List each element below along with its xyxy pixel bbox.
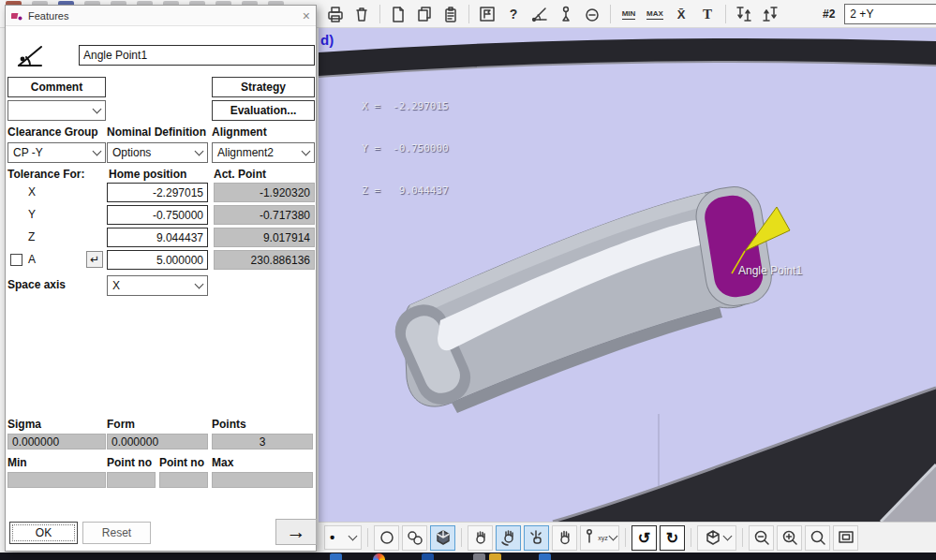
view-cube-select[interactable] <box>697 525 736 551</box>
sigma-value: 0.000000 <box>7 434 106 449</box>
home-z-input[interactable] <box>107 228 208 247</box>
toolbar-icon-group: ? MIN MAX X̄ T <box>324 3 936 25</box>
position-overlay-x: X = -2.297015 <box>362 99 449 113</box>
space-axis-select[interactable]: X <box>107 275 208 296</box>
cad-viewport[interactable]: d) X = -2.297015 Y = -0.750000 Z = 9.044… <box>319 28 936 522</box>
taskbar-app-icon[interactable] <box>422 553 434 560</box>
delete-icon[interactable] <box>350 3 373 25</box>
strategy-button[interactable]: Strategy <box>212 77 315 97</box>
pan-hand-icon[interactable] <box>552 525 577 551</box>
points-text: 3 <box>260 435 266 449</box>
reset-button[interactable]: Reset <box>82 522 151 544</box>
application-window: ? MIN MAX X̄ T <box>0 0 936 560</box>
space-axis-label: Space axis <box>7 278 66 291</box>
probe-position-select[interactable]: 2 +Y <box>844 4 936 24</box>
feature-select-icon[interactable] <box>402 525 427 551</box>
home-y-input[interactable] <box>107 205 208 225</box>
tolerance-for-label: Tolerance For: <box>7 168 84 181</box>
zoom-in-icon[interactable] <box>777 525 802 551</box>
probe-down-up-icon[interactable] <box>733 3 755 25</box>
position-overlay: X = -2.297015 Y = -0.750000 Z = 9.044437 <box>362 71 449 226</box>
home-a-input[interactable] <box>107 250 208 270</box>
min-icon[interactable]: MIN <box>617 3 640 25</box>
alignment-value: Alignment2 <box>217 146 274 159</box>
probe-xyz-select[interactable]: xyz <box>580 525 619 551</box>
alignment-label: Alignment <box>212 125 267 139</box>
nominal-definition-select[interactable]: Options <box>107 142 208 163</box>
comment-button[interactable]: Comment <box>7 77 106 97</box>
toolbar-separator <box>691 528 691 547</box>
report-icon[interactable] <box>387 3 409 25</box>
chevron-down-icon <box>93 147 102 156</box>
clipboard-icon[interactable] <box>439 3 462 25</box>
print-icon[interactable] <box>324 3 347 25</box>
orbit-hand-alt-icon[interactable] <box>496 525 521 551</box>
probe-axis-label: xyz <box>598 535 608 541</box>
min-point-no-value <box>107 472 156 488</box>
min-label: Min <box>7 456 27 469</box>
toolbar-separator <box>468 5 469 23</box>
help-icon[interactable]: ? <box>502 3 525 25</box>
angle-tolerance-checkbox[interactable] <box>10 254 22 266</box>
probe-up-down-icon[interactable] <box>759 3 781 25</box>
max-glyph: MAX <box>646 9 663 20</box>
dialog-title: Features <box>28 10 297 22</box>
printout-flag-icon[interactable] <box>476 3 498 25</box>
home-x-input[interactable] <box>107 183 208 202</box>
act-point-label: Act. Point <box>214 168 266 181</box>
angle-point-icon <box>13 41 47 71</box>
taskbar-app-icon[interactable] <box>539 553 551 560</box>
form-label: Form <box>107 418 135 431</box>
toolbar-separator <box>742 528 743 547</box>
zoom-fit-icon[interactable] <box>833 525 858 551</box>
taskbar-app-icon[interactable] <box>489 553 501 560</box>
home-position-label: Home position <box>109 168 186 181</box>
mean-icon[interactable]: X̄ <box>670 3 692 25</box>
angle-measurement-icon[interactable] <box>528 3 551 25</box>
chevron-down-icon <box>195 280 204 289</box>
rotate-cw-icon[interactable]: ↻ <box>660 525 685 551</box>
chevron-down-icon <box>349 532 358 541</box>
text-glyph: T <box>703 7 712 22</box>
dialog-titlebar[interactable]: Features × <box>6 6 316 26</box>
circle-feature-icon[interactable] <box>374 525 399 551</box>
comment-select[interactable] <box>7 100 106 121</box>
next-button[interactable]: → <box>275 519 317 545</box>
toolbar-separator <box>379 5 380 23</box>
taskbar-app-icon[interactable] <box>473 553 485 560</box>
chevron-down-icon <box>608 532 617 541</box>
feature-name-input[interactable] <box>79 45 315 66</box>
point-no-right-label: Point no <box>159 456 204 469</box>
form-text: 0.000000 <box>111 435 158 449</box>
comment-button-label: Comment <box>31 81 82 94</box>
axis-a-label: A <box>28 253 36 266</box>
rotate-ccw-icon[interactable]: ↺ <box>631 525 657 551</box>
help-glyph: ? <box>510 7 518 22</box>
circle-minus-icon[interactable] <box>581 3 603 25</box>
text-icon[interactable]: T <box>696 3 719 25</box>
sigma-text: 0.000000 <box>12 435 59 449</box>
cad-model-icon[interactable] <box>430 525 455 551</box>
taskbar-app-icon[interactable] <box>330 553 342 560</box>
taskbar[interactable] <box>0 553 936 560</box>
formula-button[interactable]: ↵ <box>86 251 103 268</box>
plumb-probe-icon[interactable] <box>555 3 577 25</box>
alignment-select[interactable]: Alignment2 <box>212 142 315 163</box>
clearance-group-select[interactable]: CP -Y <box>7 142 106 163</box>
toolbar-separator <box>610 5 611 23</box>
zoom-out-icon[interactable] <box>749 525 774 551</box>
feature-label: Angle Point1 <box>738 264 802 277</box>
ok-button[interactable]: OK <box>9 522 78 544</box>
max-icon[interactable]: MAX <box>644 3 666 25</box>
point-style-select[interactable]: • <box>324 525 362 550</box>
touch-point-icon[interactable] <box>524 525 549 551</box>
copy-icon[interactable] <box>413 3 436 25</box>
taskbar-app-icon[interactable] <box>373 553 385 560</box>
evaluation-button[interactable]: Evaluation... <box>212 100 315 121</box>
form-value: 0.000000 <box>107 434 208 449</box>
orbit-hand-icon[interactable] <box>468 525 493 551</box>
close-icon[interactable]: × <box>303 9 310 22</box>
zoom-icon[interactable] <box>805 525 830 551</box>
axis-z-label: Z <box>28 230 35 243</box>
act-z-value: 9.017914 <box>214 228 315 247</box>
